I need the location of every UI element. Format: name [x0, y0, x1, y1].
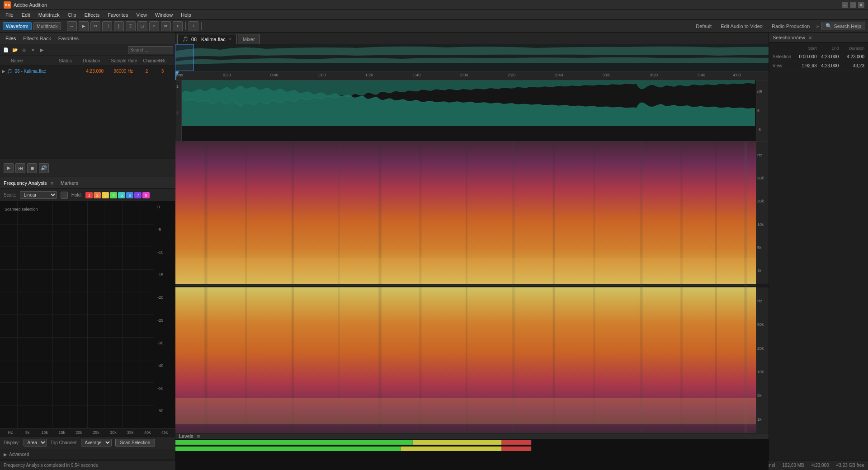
hold-btn-7[interactable]: 7 — [134, 192, 142, 198]
display-select[interactable]: Area Line — [24, 439, 47, 446]
file-expand-icon: ▶ — [2, 69, 7, 74]
waveform-overview-svg — [175, 44, 769, 71]
hold-btn-5[interactable]: 5 — [118, 192, 125, 198]
move-tool-btn[interactable]: ↔ — [67, 21, 77, 31]
freq-bottom-controls: Display: Area Line Top Channel: Average … — [0, 436, 175, 449]
toolbar-sep-1 — [64, 22, 64, 30]
window-controls[interactable]: ─ □ ✕ — [842, 2, 864, 8]
hold-buttons: 1 2 3 4 5 6 7 8 — [85, 192, 150, 198]
menu-view[interactable]: View — [132, 11, 151, 19]
timeline-marker-100: 1:00 — [318, 73, 326, 77]
brush-tool-btn[interactable]: ⌖ — [173, 21, 183, 31]
spec-1k-bottom: 1k — [757, 417, 768, 422]
lasso-tool-btn[interactable]: ○ — [149, 21, 159, 31]
hold-btn-4[interactable]: 4 — [110, 192, 117, 198]
menu-edit[interactable]: Edit — [18, 11, 34, 19]
hold-btn-3[interactable]: 3 — [102, 192, 109, 198]
levels-menu-icon[interactable]: ≡ — [197, 433, 200, 439]
select-tool-btn[interactable]: ▶ — [79, 21, 89, 31]
hold-btn-6[interactable]: 6 — [126, 192, 133, 198]
file-search-input[interactable] — [128, 46, 173, 54]
right-area: 🎵 08 - Kalima.flac ✕ Mixer — [175, 33, 769, 460]
mini-btn[interactable]: ⊕ — [20, 46, 28, 54]
scale-label: Scale: — [4, 193, 16, 197]
svg-rect-23 — [245, 141, 247, 433]
svg-rect-22 — [204, 141, 207, 433]
levels-meter — [175, 439, 769, 470]
scale-grid-btn[interactable] — [61, 192, 68, 199]
close-btn[interactable]: ✕ — [858, 2, 864, 8]
maximize-btn[interactable]: □ — [850, 2, 856, 8]
tab-favorites[interactable]: Favorites — [57, 35, 80, 42]
pencil-tool-btn[interactable]: ✏ — [161, 21, 171, 31]
stop-btn[interactable]: ⏮ — [15, 163, 25, 173]
time-selection-btn[interactable]: ⌶ — [126, 21, 136, 31]
scan-selection-btn[interactable]: Scan Selection — [115, 439, 156, 446]
svg-rect-32 — [640, 141, 642, 433]
workspace-more-btn[interactable]: » — [815, 24, 820, 29]
play-file-btn[interactable]: ▶ — [38, 46, 46, 54]
tab-effects-rack[interactable]: Effects Rack — [21, 35, 53, 42]
top-channel-select[interactable]: Average Left Right — [81, 439, 112, 446]
file-samplerate: 96000 Hz — [114, 69, 146, 74]
svg-rect-43 — [401, 446, 502, 451]
spectrogram-area[interactable]: Hz 50k 20k 10k 5k 1k Hz 50k 20k 10k 5k 1… — [175, 141, 769, 433]
workspace-edit-audio[interactable]: Edit Audio to Video — [717, 23, 766, 30]
overview-selector[interactable] — [175, 44, 193, 71]
db-50: -50 — [157, 386, 163, 390]
file-row[interactable]: ▶ 🎵 08 - Kalima.flac 4:23.000 96000 Hz 2… — [0, 66, 175, 76]
tab-editor-kalima[interactable]: 🎵 08 - Kalima.flac ✕ — [177, 34, 237, 44]
menu-window[interactable]: Window — [151, 11, 176, 19]
volume-btn[interactable]: 🔊 — [39, 163, 49, 173]
menu-clip[interactable]: Clip — [64, 11, 80, 19]
tab-files[interactable]: Files — [4, 35, 18, 42]
frequency-analysis-panel: Frequency Analysis ≡ Markers Scale: Line… — [0, 177, 175, 460]
multitrack-btn[interactable]: Multitrack — [33, 22, 61, 30]
menu-multitrack[interactable]: Multitrack — [35, 11, 63, 19]
workspace-default[interactable]: Default — [692, 23, 715, 30]
status-view-info: 192,63 MB — [782, 463, 804, 468]
menu-effects[interactable]: Effects — [81, 11, 103, 19]
hold-btn-2[interactable]: 2 — [94, 192, 101, 198]
sel-end-view: 4:23.000 — [819, 63, 841, 68]
new-file-btn[interactable]: 📄 — [2, 46, 10, 54]
waveform-btn[interactable]: Waveform — [3, 22, 32, 30]
hz-label-35k: 35k — [122, 430, 139, 435]
menu-file[interactable]: File — [2, 11, 17, 19]
spec-scale-top: Hz 50k 20k 10k 5k 1k — [756, 141, 769, 284]
close-file-btn[interactable]: ✕ — [29, 46, 37, 54]
toolbar-sep-2 — [185, 22, 186, 30]
scale-select[interactable]: Linear Logarithmic — [20, 191, 57, 199]
tab-markers[interactable]: Markers — [61, 180, 79, 186]
tab-mixer[interactable]: Mixer — [238, 34, 260, 44]
minimize-btn[interactable]: ─ — [842, 2, 848, 8]
svg-rect-26 — [378, 141, 381, 433]
workspace-radio[interactable]: Radio Production — [768, 23, 813, 30]
hz-label-5k: 5k — [19, 430, 36, 435]
cut-tool-btn[interactable]: ✂ — [90, 21, 100, 31]
freq-panel-menu-icon[interactable]: ≡ — [50, 180, 53, 186]
sel-row-view: View 1:92,63 4:23.000 43,23 — [773, 61, 864, 70]
spec-10k-bottom: 10k — [757, 370, 768, 374]
open-file-btn[interactable]: 📂 — [11, 46, 19, 54]
selection-view-panel: Selection/View ≡ Start End Duration Sele… — [769, 33, 868, 460]
search-help-btn[interactable]: 🔍 Search Help — [821, 22, 865, 30]
play-btn[interactable]: ▶ — [4, 163, 14, 173]
svg-rect-31 — [593, 141, 595, 433]
selection-panel-menu-icon[interactable]: ≡ — [809, 35, 811, 40]
waveform-area[interactable]: dB 6 -6 1 2 — [175, 80, 769, 141]
menu-help[interactable]: Help — [177, 11, 195, 19]
col-status: Status — [59, 58, 83, 63]
trim-tool-btn[interactable]: ⊣ — [102, 21, 112, 31]
slice-tool-btn[interactable]: | — [114, 21, 124, 31]
advanced-label[interactable]: Advanced — [9, 452, 29, 457]
marquee-tool-btn[interactable]: □ — [137, 21, 147, 31]
hz-label-0: Hz — [2, 430, 19, 435]
col-duration: Duration — [83, 58, 111, 63]
status-free-space: 43,23 GB free — [836, 463, 864, 468]
hold-btn-8[interactable]: 8 — [142, 192, 150, 198]
menu-favorites[interactable]: Favorites — [104, 11, 132, 19]
hold-btn-1[interactable]: 1 — [85, 192, 93, 198]
zoom-in-btn[interactable]: + — [189, 21, 198, 31]
record-btn[interactable]: ⏺ — [27, 163, 37, 173]
